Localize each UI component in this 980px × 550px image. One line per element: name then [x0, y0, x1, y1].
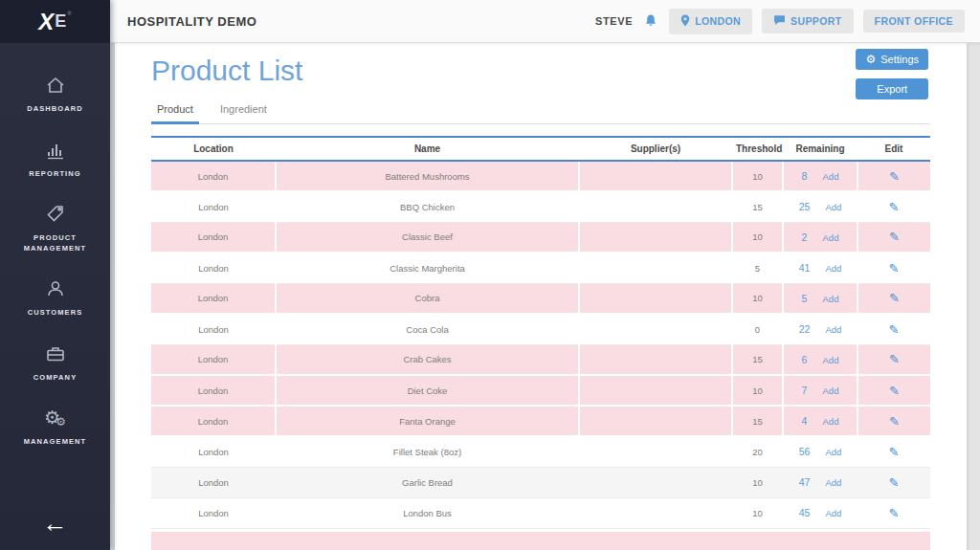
- table-row: London London Bus 10 45 Add ✎: [151, 497, 930, 528]
- cell-remaining: 4 Add: [783, 406, 858, 436]
- remaining-count: 2: [802, 231, 808, 243]
- sidebar-item-label: CUSTOMERS: [28, 308, 83, 319]
- edit-pencil-icon[interactable]: ✎: [889, 200, 900, 214]
- add-stock-link[interactable]: Add: [825, 477, 841, 488]
- cell-suppliers: [579, 344, 732, 375]
- cell-suppliers: [579, 406, 732, 436]
- cell-remaining: 56 Add: [783, 436, 858, 467]
- cell-location: London: [151, 467, 276, 497]
- user-icon: [44, 277, 67, 300]
- cell-location: London: [151, 191, 276, 222]
- edit-pencil-icon[interactable]: ✎: [889, 414, 900, 429]
- cell-location: London: [151, 253, 276, 283]
- tab-product[interactable]: Product: [151, 97, 199, 124]
- table-row: London Classic Beef 10 2 Add ✎: [151, 222, 930, 253]
- sidebar-nav: DASHBOARD REPORTING PRODUCT MANAGEMENT: [0, 68, 110, 509]
- logo-x: X: [38, 9, 54, 35]
- cell-location: London: [151, 497, 276, 528]
- cell-name: Cobra: [276, 283, 579, 314]
- cell-threshold: 0: [732, 314, 783, 344]
- column-header-threshold: Threshold: [732, 137, 783, 161]
- add-stock-link[interactable]: Add: [823, 171, 839, 182]
- edit-pencil-icon[interactable]: ✎: [889, 322, 900, 337]
- sidebar-item-label: MANAGEMENT: [24, 437, 87, 448]
- add-stock-link[interactable]: Add: [825, 324, 841, 335]
- location-button-label: LONDON: [695, 15, 741, 27]
- add-stock-link[interactable]: Add: [823, 294, 839, 304]
- front-office-button-label: FRONT OFFICE: [875, 15, 953, 27]
- cell-name: Crab Cakes: [276, 344, 579, 375]
- cell-name: Classic Beef: [276, 222, 579, 253]
- cell-remaining: 41 Add: [783, 253, 858, 283]
- cell-location: London: [151, 344, 276, 375]
- column-header-location: Location: [151, 137, 276, 161]
- settings-button-label: Settings: [880, 54, 919, 65]
- edit-pencil-icon[interactable]: ✎: [889, 352, 900, 366]
- cell-suppliers: [579, 436, 732, 467]
- add-stock-link[interactable]: Add: [825, 263, 841, 274]
- cell-location: London: [151, 375, 276, 406]
- edit-pencil-icon[interactable]: ✎: [889, 230, 900, 244]
- add-stock-link[interactable]: Add: [823, 385, 839, 396]
- support-button[interactable]: SUPPORT: [762, 9, 854, 33]
- user-name: STEVE: [595, 15, 633, 27]
- cell-location: London: [151, 283, 276, 314]
- edit-pencil-icon[interactable]: ✎: [889, 445, 900, 459]
- column-header-name: Name: [276, 137, 579, 161]
- front-office-button[interactable]: FRONT OFFICE: [863, 10, 965, 33]
- edit-pencil-icon[interactable]: ✎: [889, 506, 900, 520]
- cell-location: London: [151, 161, 276, 191]
- sidebar-item-product-management[interactable]: PRODUCT MANAGEMENT: [0, 197, 110, 259]
- sidebar-item-company[interactable]: COMPANY: [0, 337, 110, 389]
- edit-pencil-icon[interactable]: ✎: [889, 169, 900, 184]
- edit-pencil-icon[interactable]: ✎: [889, 384, 900, 398]
- table-row: London Fillet Steak (8oz) 20 56 Add ✎: [151, 436, 930, 467]
- column-header-edit: Edit: [858, 137, 930, 161]
- cell-location: London: [151, 436, 276, 467]
- header-title: HOSPITALITY DEMO: [127, 14, 256, 29]
- edit-pencil-icon[interactable]: ✎: [889, 291, 900, 305]
- remaining-count: 5: [802, 293, 808, 304]
- edit-pencil-icon[interactable]: ✎: [889, 261, 900, 275]
- settings-button[interactable]: ⚙ Settings: [856, 49, 928, 70]
- cell-edit: ✎: [858, 375, 930, 406]
- export-button[interactable]: Export: [856, 78, 928, 99]
- add-stock-link[interactable]: Add: [825, 508, 841, 518]
- remaining-count: 45: [799, 507, 811, 518]
- gears-icon: ⚙⚙: [44, 407, 66, 429]
- add-stock-link[interactable]: Add: [825, 447, 841, 457]
- add-stock-link[interactable]: Add: [823, 232, 839, 243]
- cell-edit: ✎: [858, 283, 930, 314]
- cell-threshold: 10: [732, 222, 783, 253]
- add-stock-link[interactable]: Add: [823, 416, 839, 427]
- add-stock-link[interactable]: Add: [823, 355, 839, 365]
- collapse-sidebar-arrow-icon[interactable]: ←: [0, 509, 110, 539]
- table-row: London Classic Margherita 5 41 Add ✎: [151, 253, 930, 283]
- cell-name: Fillet Steak (8oz): [276, 436, 579, 467]
- sidebar-item-management[interactable]: ⚙⚙ MANAGEMENT: [0, 401, 110, 453]
- cell-edit: ✎: [858, 436, 930, 467]
- cell-location: London: [151, 222, 276, 253]
- edit-pencil-icon[interactable]: ✎: [889, 475, 900, 490]
- main-content: Product List ⚙ Settings Export Product I…: [110, 43, 980, 550]
- sidebar-item-reporting[interactable]: REPORTING: [0, 133, 110, 186]
- cell-threshold: 15: [732, 191, 783, 222]
- table-row: London Cobra 10 5 Add ✎: [151, 283, 930, 314]
- cell-edit: ✎: [858, 497, 930, 528]
- sidebar-item-customers[interactable]: CUSTOMERS: [0, 272, 110, 324]
- cell-threshold: 20: [732, 436, 783, 467]
- cell-location: London: [151, 406, 276, 436]
- notifications-bell-icon[interactable]: [642, 11, 659, 31]
- column-header-remaining: Remaining: [783, 137, 858, 161]
- sidebar: X E ® DASHBOARD REPORTING: [0, 0, 110, 550]
- tab-ingredient[interactable]: Ingredient: [214, 97, 273, 123]
- cell-suppliers: [579, 161, 732, 191]
- remaining-count: 7: [802, 385, 808, 396]
- sidebar-item-dashboard[interactable]: DASHBOARD: [0, 68, 110, 121]
- product-table-header: Location Name Supplier(s) Threshold Rema…: [151, 137, 930, 161]
- location-button[interactable]: LONDON: [669, 9, 752, 34]
- table-row: London Battered Mushrooms 10 8 Add ✎: [151, 161, 930, 191]
- cell-suppliers: [579, 467, 732, 497]
- add-stock-link[interactable]: Add: [825, 202, 841, 212]
- remaining-count: 25: [799, 201, 811, 212]
